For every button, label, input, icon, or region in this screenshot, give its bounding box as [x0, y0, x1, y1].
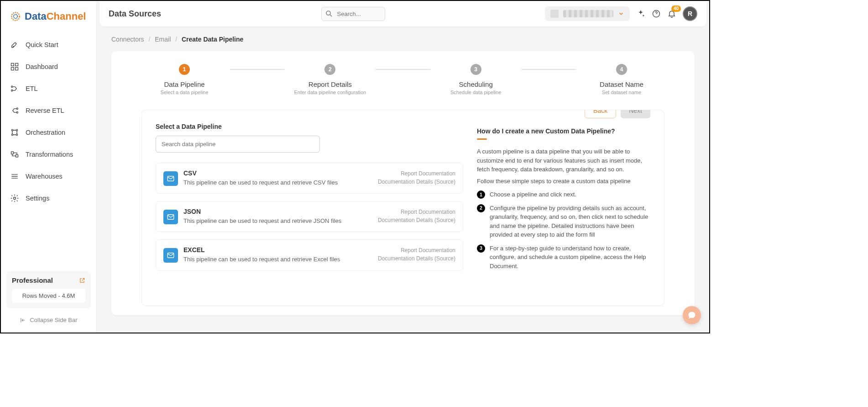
pipeline-desc: This pipeline can be used to request and… [183, 179, 372, 187]
step-title: Report Details [284, 80, 376, 88]
step-num: 3 [471, 64, 481, 75]
pipeline-desc: This pipeline can be used to request and… [183, 255, 372, 264]
svg-point-16 [14, 197, 16, 200]
nav-label: ETL [26, 85, 38, 92]
pipeline-title: EXCEL [183, 246, 372, 254]
pipeline-title: JSON [183, 208, 372, 215]
help-step-2: 2 Configure the pipeline by providing de… [477, 204, 650, 239]
email-icon [163, 171, 178, 186]
report-documentation-link[interactable]: Report Documentation [378, 246, 455, 254]
nav-quick-start[interactable]: Quick Start [1, 34, 96, 56]
next-button[interactable]: Next [621, 110, 650, 118]
help-paragraph-1: A custom pipeline is a data pipeline tha… [477, 147, 650, 174]
account-avatar-icon [550, 10, 559, 18]
step-line [522, 69, 576, 70]
step-1[interactable]: 1 Data Pipeline Select a data pipeline [139, 64, 230, 95]
pipeline-card-json[interactable]: JSON This pipeline can be used to reques… [156, 201, 463, 232]
svg-point-1 [14, 15, 18, 19]
collapse-sidebar-button[interactable]: Collapse Side Bar [6, 313, 91, 327]
step-num: 4 [616, 64, 627, 75]
svg-rect-5 [16, 68, 18, 70]
nav-reverse-etl[interactable]: Reverse ETL [1, 100, 96, 122]
step-bullet: 2 [477, 204, 485, 212]
logo-text-data: Data [25, 11, 47, 22]
help-step-1: 1 Choose a pipeline and click next. [477, 190, 650, 199]
sidebar: DataChannel Quick Start Dashboard ETL Re… [1, 1, 97, 333]
step-bullet: 1 [477, 190, 485, 199]
documentation-details-link[interactable]: Documentation Details (Source) [378, 216, 455, 224]
content-card: 1 Data Pipeline Select a data pipeline 2… [111, 51, 695, 315]
search-icon [325, 10, 333, 18]
report-documentation-link[interactable]: Report Documentation [378, 208, 455, 216]
step-3[interactable]: 3 Scheduling Schedule data pipeline [430, 64, 522, 95]
sparkle-icon[interactable] [636, 9, 645, 18]
nav-label: Dashboard [26, 63, 58, 70]
pipeline-card-excel[interactable]: EXCEL This pipeline can be used to reque… [156, 239, 463, 270]
help-paragraph-2: Follow these simple steps to create a cu… [477, 177, 650, 186]
breadcrumb-connectors[interactable]: Connectors [111, 36, 144, 43]
section-title: Select a Data Pipeline [156, 123, 463, 130]
step-num: 2 [324, 64, 335, 75]
svg-point-10 [11, 129, 13, 131]
chevron-down-icon [618, 11, 624, 17]
step-title: Data Pipeline [139, 80, 230, 88]
notifications-button[interactable]: 40 [667, 9, 676, 18]
help-step-text: For a step-by-step guide to understand h… [490, 244, 650, 271]
collapse-icon [20, 317, 26, 323]
page-title: Data Sources [109, 9, 161, 19]
logo-icon [9, 10, 22, 23]
account-selector[interactable] [545, 6, 630, 21]
pipeline-list: CSV This pipeline can be used to request… [156, 163, 463, 271]
reverse-etl-icon [10, 106, 19, 115]
documentation-details-link[interactable]: Documentation Details (Source) [378, 178, 455, 186]
step-2[interactable]: 2 Report Details Enter data pipeline con… [284, 64, 376, 95]
step-line [230, 69, 284, 70]
help-step-text: Choose a pipeline and click next. [490, 190, 576, 199]
notification-badge: 40 [671, 5, 681, 12]
nav-transformations[interactable]: Transformations [1, 143, 96, 165]
step-4[interactable]: 4 Dataset Name Set dataset name [576, 64, 667, 95]
global-search [321, 7, 385, 21]
pipeline-desc: This pipeline can be used to request and… [183, 217, 372, 225]
step-title: Dataset Name [576, 80, 667, 88]
etl-icon [10, 84, 19, 93]
account-name-blurred [563, 10, 613, 17]
sidebar-footer: Professional Rows Moved - 4.6M Collapse … [1, 265, 96, 333]
step-sub: Set dataset name [576, 90, 667, 95]
help-step-3: 3 For a step-by-step guide to understand… [477, 244, 650, 271]
help-icon[interactable] [652, 9, 661, 18]
email-icon [163, 248, 178, 263]
nav: Quick Start Dashboard ETL Reverse ETL Or… [1, 29, 96, 265]
breadcrumb-email[interactable]: Email [155, 36, 171, 43]
svg-point-0 [11, 12, 20, 21]
nav-dashboard[interactable]: Dashboard [1, 56, 96, 78]
step-bullet: 3 [477, 244, 485, 253]
pipeline-search-input[interactable] [156, 136, 320, 153]
nav-orchestration[interactable]: Orchestration [1, 122, 96, 143]
step-sub: Schedule data pipeline [430, 90, 522, 95]
plan-name: Professional [12, 276, 53, 284]
breadcrumb-current: Create Data Pipeline [182, 36, 243, 43]
nav-settings[interactable]: Settings [1, 187, 96, 209]
svg-rect-15 [16, 155, 18, 157]
inner-card: Select a Data Pipeline CSV This pipeline… [141, 110, 664, 306]
nav-label: Warehouses [26, 173, 63, 180]
svg-rect-4 [11, 68, 14, 70]
user-avatar[interactable]: R [683, 6, 697, 21]
step-num: 1 [179, 64, 190, 75]
external-link-icon[interactable] [79, 277, 85, 284]
step-sub: Enter data pipeline configuration [284, 90, 376, 95]
help-underline [477, 138, 487, 140]
documentation-details-link[interactable]: Documentation Details (Source) [378, 254, 455, 263]
svg-point-12 [11, 134, 13, 135]
back-button[interactable]: Back [585, 110, 616, 118]
collapse-label: Collapse Side Bar [30, 317, 77, 323]
chat-fab[interactable] [683, 306, 701, 324]
nav-warehouses[interactable]: Warehouses [1, 165, 96, 187]
nav-etl[interactable]: ETL [1, 78, 96, 100]
pipeline-card-csv[interactable]: CSV This pipeline can be used to request… [156, 163, 463, 194]
chat-icon [687, 311, 696, 320]
plan-rows: Rows Moved - 4.6M [12, 289, 85, 303]
report-documentation-link[interactable]: Report Documentation [378, 169, 455, 178]
rocket-icon [10, 40, 19, 49]
